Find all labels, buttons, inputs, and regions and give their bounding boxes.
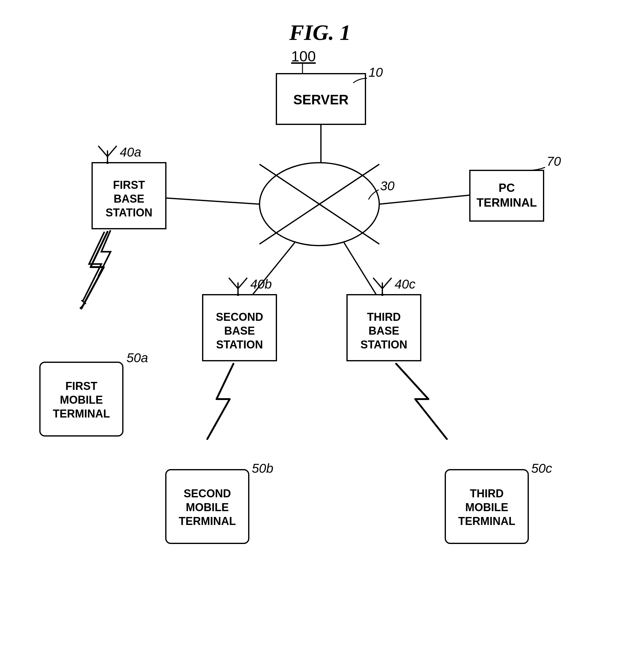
svg-text:FIRST: FIRST [113, 179, 145, 191]
svg-text:10: 10 [368, 65, 383, 79]
svg-point-24 [237, 294, 239, 296]
svg-line-23 [238, 278, 247, 288]
diagram-svg: 10 30 40a 40b 40c 70 50a 50b 50c SERVER … [0, 0, 640, 672]
svg-text:TERMINAL: TERMINAL [53, 407, 110, 420]
svg-point-20 [106, 162, 109, 164]
svg-text:STATION: STATION [361, 338, 408, 351]
figure-title: FIG. 1 [289, 20, 351, 45]
svg-point-2 [260, 163, 379, 245]
svg-text:MOBILE: MOBILE [465, 501, 508, 513]
svg-text:30: 30 [380, 179, 395, 193]
svg-line-4 [260, 164, 379, 244]
svg-text:MOBILE: MOBILE [60, 393, 103, 406]
svg-text:40b: 40b [250, 277, 272, 291]
svg-line-22 [229, 278, 238, 288]
svg-line-18 [98, 146, 107, 156]
svg-text:70: 70 [547, 154, 561, 168]
svg-text:SECOND: SECOND [216, 311, 263, 323]
svg-rect-10 [203, 295, 276, 361]
svg-line-5 [166, 198, 260, 204]
svg-text:BASE: BASE [368, 325, 399, 337]
svg-line-3 [260, 164, 379, 244]
svg-text:BASE: BASE [114, 193, 144, 205]
svg-rect-0 [276, 74, 365, 124]
svg-text:SECOND: SECOND [184, 487, 231, 500]
svg-rect-13 [40, 362, 123, 436]
svg-text:100: 100 [291, 48, 316, 64]
svg-text:50a: 50a [127, 350, 148, 365]
svg-line-27 [382, 278, 392, 288]
svg-text:THIRD: THIRD [470, 487, 504, 500]
svg-text:BASE: BASE [224, 325, 255, 337]
svg-line-19 [107, 146, 117, 156]
svg-text:THIRD: THIRD [367, 311, 401, 323]
diagram: FIG. 1 100 [0, 0, 640, 672]
svg-text:TERMINAL: TERMINAL [179, 515, 236, 527]
svg-text:40c: 40c [395, 277, 416, 291]
svg-text:TERMINAL: TERMINAL [458, 515, 515, 527]
svg-text:50c: 50c [531, 461, 552, 476]
svg-rect-12 [470, 170, 543, 221]
svg-text:TERMINAL: TERMINAL [477, 196, 537, 209]
svg-text:STATION: STATION [106, 206, 152, 219]
svg-rect-15 [445, 470, 528, 543]
svg-text:FIRST: FIRST [66, 380, 97, 392]
svg-rect-14 [166, 470, 249, 543]
svg-line-6 [243, 242, 295, 307]
svg-text:50b: 50b [252, 461, 273, 476]
svg-text:PC: PC [499, 181, 515, 194]
svg-rect-9 [92, 163, 166, 229]
svg-text:40a: 40a [120, 145, 141, 159]
svg-line-7 [344, 242, 384, 307]
svg-text:MOBILE: MOBILE [186, 501, 229, 513]
svg-line-16 [86, 232, 114, 361]
svg-line-8 [379, 195, 471, 204]
svg-point-28 [381, 294, 383, 296]
svg-rect-11 [347, 295, 421, 361]
svg-text:STATION: STATION [216, 338, 263, 351]
svg-line-26 [373, 278, 382, 288]
svg-text:SERVER: SERVER [293, 92, 349, 107]
